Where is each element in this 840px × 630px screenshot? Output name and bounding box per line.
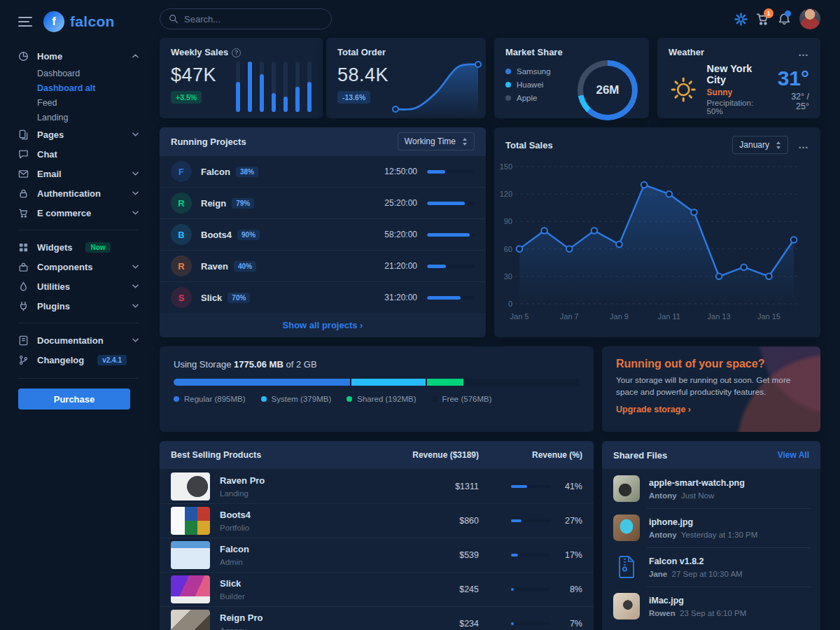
- product-row[interactable]: Falcon Admin $539 17%: [160, 538, 594, 572]
- sidebar-item-home[interactable]: Home: [18, 46, 139, 66]
- storage-legend: Regular (895MB)System (379MB)Shared (192…: [174, 395, 580, 403]
- search-box[interactable]: [160, 8, 332, 29]
- sidebar-item-dashboard[interactable]: Dashboard: [37, 66, 139, 80]
- shared-file-row[interactable]: iMac.jpg Rowen 23 Sep at 6:10 PM: [602, 587, 820, 626]
- sidebar-item-documentation[interactable]: Documentation: [18, 330, 139, 350]
- sidebar-item-label: Plugins: [37, 301, 70, 312]
- product-row[interactable]: Raven Pro Landing $1311 41%: [160, 469, 594, 503]
- bar-track: [260, 62, 264, 112]
- weekly-sales-title: Weekly Sales: [171, 47, 228, 57]
- file-name: Falcon v1.8.2: [649, 556, 704, 566]
- market-share-card: Market Share SamsungHuaweiApple 26M: [494, 38, 649, 118]
- sidebar-item-landing[interactable]: Landing: [37, 110, 139, 125]
- show-all-projects-link[interactable]: Show all projects ›: [160, 313, 486, 337]
- product-row[interactable]: Slick Builder $245 8%: [160, 572, 594, 606]
- divider: [18, 378, 139, 379]
- product-percent: 27%: [559, 516, 582, 526]
- file-meta: Jane 27 Sep at 10:30 AM: [649, 570, 743, 578]
- chevron-down-icon: [132, 284, 139, 288]
- sidebar-item-e-commerce[interactable]: E commerce: [18, 203, 139, 223]
- app: f falcon HomeDashboardDashboard altFeedL…: [0, 0, 840, 630]
- product-category: Landing: [220, 489, 248, 498]
- product-category: Agency: [220, 626, 246, 630]
- best-selling-title: Best Selling Products: [171, 450, 395, 460]
- weather-range: 32° / 25°: [778, 92, 809, 111]
- sidebar-item-components[interactable]: Components: [18, 257, 139, 276]
- legend-item: Samsung: [505, 64, 551, 78]
- product-revenue: $860: [395, 516, 479, 526]
- settings-gear-icon[interactable]: [734, 13, 748, 26]
- project-row[interactable]: F Falcon 38% 12:50:00: [160, 155, 486, 187]
- storage-legend-item: Free (576MB): [432, 395, 492, 403]
- branch-icon: [18, 354, 29, 365]
- info-icon[interactable]: ?: [232, 48, 241, 57]
- purchase-button[interactable]: Purchase: [18, 388, 130, 410]
- bottom-row: Best Selling Products Revenue ($3189) Re…: [160, 441, 820, 630]
- project-row[interactable]: B Boots4 90% 58:20:00: [160, 218, 486, 250]
- storage-legend-item: Regular (895MB): [174, 395, 246, 403]
- svg-text:Jan 5: Jan 5: [510, 312, 529, 321]
- project-row[interactable]: S Slick 70% 31:20:00: [160, 281, 486, 313]
- email-icon: [18, 168, 29, 179]
- sidebar-badge: Now: [85, 242, 110, 253]
- project-row[interactable]: R Reign 79% 25:20:00: [160, 187, 486, 218]
- menu-toggle-icon[interactable]: [18, 17, 32, 27]
- upgrade-storage-link[interactable]: Upgrade storage ›: [616, 405, 691, 414]
- sidebar-item-plugins[interactable]: Plugins: [18, 296, 139, 316]
- sidebar-item-email[interactable]: Email: [18, 164, 139, 183]
- sidebar-item-chat[interactable]: Chat: [18, 144, 139, 164]
- search-input[interactable]: [184, 14, 323, 24]
- product-thumbnail: [171, 610, 210, 630]
- shared-file-row[interactable]: Falcon v1.8.2 Jane 27 Sep at 10:30 AM: [602, 547, 820, 587]
- working-time-select[interactable]: Working Time: [398, 132, 475, 150]
- notifications-bell-icon[interactable]: [778, 13, 791, 26]
- sidebar-item-feed[interactable]: Feed: [37, 95, 139, 110]
- product-thumbnail: [171, 507, 210, 535]
- bar-track: [248, 62, 252, 112]
- project-row[interactable]: R Raven 40% 21:20:00: [160, 250, 486, 281]
- weather-title: Weather: [668, 47, 704, 57]
- project-name: Boots4: [201, 230, 232, 240]
- cart-icon[interactable]: 1: [756, 13, 769, 26]
- running-projects-list: F Falcon 38% 12:50:00 R Reign 79% 25:20:…: [160, 155, 486, 313]
- svg-text:Jan 15: Jan 15: [757, 312, 780, 321]
- chevron-up-icon: [132, 54, 139, 58]
- sidebar-item-authentication[interactable]: Authentication: [18, 183, 139, 203]
- svg-text:150: 150: [500, 162, 512, 171]
- product-row[interactable]: Reign Pro Agency $234 7%: [160, 606, 594, 630]
- bar-track: [272, 62, 276, 112]
- sidebar-item-pages[interactable]: Pages: [18, 125, 139, 144]
- project-time: 21:20:00: [374, 261, 417, 271]
- sidebar-item-widgets[interactable]: WidgetsNow: [18, 237, 139, 257]
- svg-text:Jan 9: Jan 9: [610, 312, 629, 321]
- shared-file-row[interactable]: iphone.jpg Antony Yesterday at 1:30 PM: [602, 508, 820, 547]
- file-thumbnail: [613, 514, 640, 541]
- view-all-link[interactable]: View All: [778, 450, 809, 460]
- sidebar-item-utilities[interactable]: Utilities: [18, 276, 139, 296]
- project-avatar: R: [171, 255, 192, 276]
- brand-logo[interactable]: f falcon: [43, 11, 115, 32]
- sidebar-item-dashboard-alt[interactable]: Dashboard alt: [37, 80, 139, 95]
- project-name: Reign: [201, 198, 226, 209]
- storage-label: Using Storage: [174, 359, 231, 370]
- total-sales-menu-icon[interactable]: …: [798, 141, 809, 148]
- revenue-percent-bar: [511, 588, 550, 591]
- project-name: Slick: [201, 293, 222, 303]
- sidebar-submenu: DashboardDashboard altFeedLanding: [18, 66, 139, 125]
- sidebar-item-changelog[interactable]: Changelogv2.4.1: [18, 350, 139, 370]
- weekly-sales-value: $47K: [171, 64, 216, 86]
- month-select[interactable]: January: [732, 136, 788, 154]
- weather-menu-icon[interactable]: …: [798, 49, 809, 56]
- file-meta: Antony Just Now: [649, 491, 714, 500]
- shared-file-row[interactable]: apple-smart-watch.png Antony Just Now: [602, 469, 820, 508]
- svg-text:Jan 7: Jan 7: [560, 312, 579, 321]
- revenue-percent-bar: [511, 485, 550, 488]
- avatar[interactable]: [799, 8, 820, 29]
- product-category: Admin: [220, 558, 243, 566]
- product-thumbnail: [171, 575, 210, 603]
- product-revenue: $245: [395, 584, 479, 594]
- bar-track: [284, 62, 288, 112]
- product-row[interactable]: Boots4 Portfolio $860 27%: [160, 503, 594, 538]
- sidebar-nav: HomeDashboardDashboard altFeedLanding Pa…: [0, 38, 151, 370]
- project-time: 31:20:00: [374, 293, 417, 302]
